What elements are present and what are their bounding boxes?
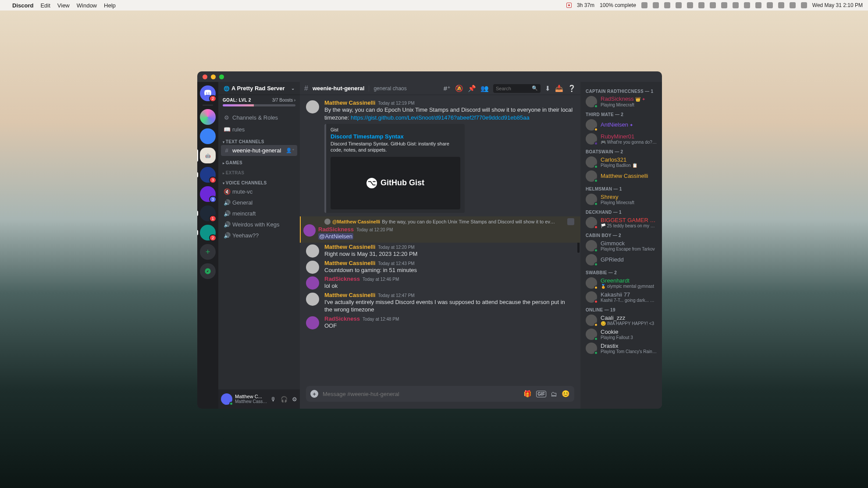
- status-icon[interactable]: [778, 2, 784, 8]
- channel-topic[interactable]: general chaos: [369, 85, 406, 92]
- status-icon[interactable]: [641, 2, 647, 8]
- guild-item[interactable]: 3: [200, 186, 216, 202]
- guild-item[interactable]: 3: [200, 167, 216, 183]
- voice-channel[interactable]: 🔇mute-vc: [221, 186, 297, 197]
- sticker-icon[interactable]: 🗂: [551, 390, 557, 398]
- channel-rules[interactable]: 📖rules: [221, 124, 297, 135]
- message[interactable]: RadSicknessToday at 12:46 PM lol ok: [300, 275, 580, 291]
- status-icon[interactable]: [653, 2, 659, 8]
- member-item[interactable]: DrastixPlaying Tom Clancy's Rainbo...: [583, 341, 659, 355]
- member-item[interactable]: Greenhardt🏅 olympic mental gymnast: [583, 276, 659, 290]
- member-item[interactable]: ShrexyPlaying Minecraft: [583, 192, 659, 206]
- menu-window[interactable]: Window: [77, 2, 97, 9]
- gif-icon[interactable]: GIF: [536, 391, 546, 397]
- avatar[interactable]: [303, 224, 316, 237]
- status-icon[interactable]: [790, 2, 796, 8]
- embed-card[interactable]: Gist Discord Timestamp Syntax Discord Ti…: [324, 124, 465, 213]
- member-item[interactable]: GPRiedd: [583, 253, 659, 267]
- member-item[interactable]: GimmockPlaying Escape from Tarkov: [583, 239, 659, 253]
- status-icon[interactable]: [744, 2, 750, 8]
- voice-channel[interactable]: 🔊Yeehaw??: [221, 230, 297, 241]
- mention[interactable]: @AntNielsen: [318, 233, 353, 240]
- pins-icon[interactable]: 📌: [468, 85, 476, 92]
- status-icon[interactable]: [664, 2, 670, 8]
- avatar[interactable]: [306, 316, 319, 329]
- inbox-icon[interactable]: 📥: [555, 85, 563, 92]
- boost-goal[interactable]: GOAL: LVL 23/7 Boosts ›: [218, 95, 300, 111]
- channels-and-roles[interactable]: ⚙Channels & Roles: [221, 111, 297, 124]
- explore-servers-button[interactable]: [200, 263, 216, 279]
- message[interactable]: Matthew CassinelliToday at 12:19 PM By t…: [300, 99, 580, 214]
- notifications-icon[interactable]: 🔕: [455, 85, 463, 92]
- message[interactable]: RadSicknessToday at 12:48 PM OOF: [300, 315, 580, 331]
- self-avatar[interactable]: [221, 393, 232, 405]
- status-icon[interactable]: [676, 2, 682, 8]
- members-toggle-icon[interactable]: 👥: [480, 85, 489, 92]
- avatar[interactable]: [306, 261, 319, 274]
- settings-button[interactable]: ⚙: [292, 396, 297, 403]
- message[interactable]: Matthew CassinelliToday at 12:20 PM Righ…: [300, 243, 580, 259]
- menu-edit[interactable]: Edit: [40, 2, 50, 9]
- message-reply[interactable]: @Matthew Cassinelli By the way, you can …: [300, 216, 580, 243]
- menu-view[interactable]: View: [57, 2, 70, 9]
- status-icon[interactable]: [710, 2, 716, 8]
- member-item[interactable]: RadSickness 👑 ✦Playing Minecraft: [583, 95, 659, 109]
- section-voice-channels[interactable]: VOICE CHANNELS: [221, 176, 297, 186]
- status-icon[interactable]: [698, 2, 704, 8]
- section-extras[interactable]: EXTRAS: [221, 166, 297, 176]
- invite-icon[interactable]: 👤⁺: [286, 148, 295, 153]
- section-games[interactable]: GAMES: [221, 156, 297, 166]
- status-icon[interactable]: [721, 2, 727, 8]
- inbox-icon[interactable]: ⬇: [545, 85, 551, 92]
- guild-item[interactable]: [200, 128, 216, 144]
- deafen-button[interactable]: 🎧: [281, 396, 288, 403]
- guild-item-selected[interactable]: 🤖: [200, 148, 216, 163]
- member-item[interactable]: RubyMiner01🎮 What're you gonna do? Ble..…: [583, 132, 659, 146]
- avatar[interactable]: [306, 244, 319, 258]
- window-minimize-button[interactable]: [211, 74, 216, 79]
- message[interactable]: Matthew CassinelliToday at 12:43 PM Coun…: [300, 259, 580, 275]
- member-item[interactable]: Kakashii 77Kashii 7-T... going dark... 🔒…: [583, 290, 659, 304]
- status-icon[interactable]: [755, 2, 761, 8]
- attach-button[interactable]: +: [310, 390, 318, 398]
- voice-channel[interactable]: 🔊Weirdos with Kegs: [221, 219, 297, 230]
- dm-home-button[interactable]: 2: [200, 85, 216, 101]
- member-item[interactable]: Carlos321Playing Badlion 📋: [583, 155, 659, 169]
- guild-item[interactable]: 1: [200, 205, 216, 221]
- avatar[interactable]: [306, 293, 319, 306]
- menu-help[interactable]: Help: [104, 2, 116, 9]
- server-header[interactable]: 🌐A Pretty Rad Server ⌄: [218, 82, 300, 95]
- guild-item[interactable]: [200, 109, 216, 125]
- voice-channel[interactable]: 🔊meincraft: [221, 208, 297, 219]
- search-box[interactable]: 🔍: [493, 84, 541, 93]
- app-name[interactable]: Discord: [12, 2, 33, 9]
- status-icon[interactable]: [687, 2, 693, 8]
- search-input[interactable]: [496, 86, 532, 91]
- member-item[interactable]: Matthew Cassinelli: [583, 169, 659, 183]
- emoji-icon[interactable]: 😊: [562, 390, 570, 398]
- mute-button[interactable]: 🎙: [270, 396, 276, 403]
- member-item[interactable]: CookiePlaying Fallout 3: [583, 327, 659, 341]
- record-icon[interactable]: [566, 3, 572, 8]
- help-icon[interactable]: ❔: [568, 85, 576, 92]
- member-item[interactable]: BIGGEST GAMER CH...🏳️ 25 teddy bears on …: [583, 216, 659, 230]
- avatar[interactable]: [306, 276, 319, 290]
- menubar-clock[interactable]: Wed May 31 2:10 PM: [812, 2, 863, 8]
- message[interactable]: Matthew CassinelliToday at 12:47 PM I've…: [300, 291, 580, 315]
- status-icon[interactable]: [801, 2, 807, 8]
- window-maximize-button[interactable]: [219, 74, 224, 79]
- threads-icon[interactable]: #⁺: [444, 85, 451, 92]
- window-close-button[interactable]: [203, 74, 207, 79]
- voice-channel[interactable]: 🔊General: [221, 197, 297, 208]
- channel-weenie-hut-general[interactable]: #weenie-hut-general👤⁺: [221, 145, 297, 156]
- avatar[interactable]: [306, 100, 319, 113]
- section-text-channels[interactable]: TEXT CHANNELS: [221, 135, 297, 145]
- guild-item[interactable]: 2: [200, 225, 216, 240]
- link[interactable]: https://gist.github.com/LeviSnoot/d91476…: [351, 114, 530, 121]
- member-item[interactable]: AntNielsen ✦: [583, 118, 659, 132]
- gift-icon[interactable]: 🎁: [523, 390, 532, 398]
- self-name[interactable]: Matthew C... Matthew Cassin...: [235, 394, 268, 404]
- add-server-button[interactable]: +: [200, 244, 216, 260]
- message-input[interactable]: [323, 391, 519, 397]
- status-icon[interactable]: [767, 2, 773, 8]
